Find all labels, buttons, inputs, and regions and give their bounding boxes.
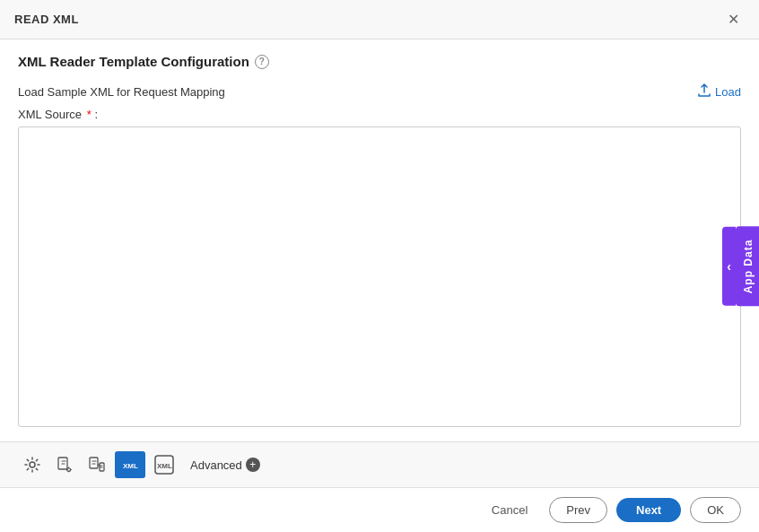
modal-toolbar: XML XML Advanced +: [0, 441, 759, 487]
file-config-toolbar-button[interactable]: [50, 452, 79, 477]
modal-title: READ XML: [14, 13, 79, 26]
gear-icon: [23, 456, 41, 474]
plus-icon: +: [246, 458, 260, 472]
svg-rect-3: [90, 458, 98, 468]
load-button[interactable]: Load: [697, 83, 741, 100]
cancel-button[interactable]: Cancel: [479, 498, 540, 522]
svg-text:XML: XML: [157, 462, 172, 470]
app-data-chevron-button[interactable]: ‹: [722, 226, 736, 306]
ok-button[interactable]: OK: [690, 497, 741, 523]
upload-icon: [697, 83, 711, 100]
settings-toolbar-button[interactable]: [18, 452, 47, 477]
file-map-icon: [88, 456, 106, 474]
modal-header: READ XML ✕: [0, 0, 759, 39]
app-data-tab[interactable]: App Data: [736, 226, 759, 306]
xml-active-toolbar-button[interactable]: XML: [115, 451, 145, 478]
modal-overlay: READ XML ✕ XML Reader Template Configura…: [0, 0, 759, 532]
svg-text:XML: XML: [123, 462, 138, 470]
next-button[interactable]: Next: [616, 498, 681, 522]
file-gear-icon: [56, 456, 74, 474]
advanced-button[interactable]: Advanced +: [183, 454, 267, 475]
modal-footer: Cancel Prev Next OK: [0, 487, 759, 532]
help-icon[interactable]: ?: [255, 55, 269, 69]
xml-source-textarea[interactable]: [18, 126, 741, 427]
close-button[interactable]: ✕: [722, 9, 745, 30]
modal-body: XML Reader Template Configuration ? Load…: [0, 39, 759, 441]
load-sample-label: Load Sample XML for Request Mapping: [18, 85, 225, 99]
xml-toolbar-button[interactable]: XML: [149, 451, 179, 478]
modal: READ XML ✕ XML Reader Template Configura…: [0, 0, 759, 532]
xml-source-label-row: XML Source * :: [18, 108, 741, 121]
file-map-toolbar-button[interactable]: [83, 452, 111, 477]
section-title: XML Reader Template Configuration ?: [18, 54, 741, 69]
app-data-panel: ‹ App Data: [722, 226, 759, 306]
required-marker: *: [87, 108, 92, 121]
xml-outline-icon: XML: [154, 455, 174, 475]
xml-active-icon: XML: [120, 455, 140, 475]
prev-button[interactable]: Prev: [549, 497, 607, 523]
load-row: Load Sample XML for Request Mapping Load: [18, 83, 741, 100]
toolbar-icons: XML XML Advanced +: [18, 451, 741, 478]
svg-point-0: [30, 462, 35, 467]
